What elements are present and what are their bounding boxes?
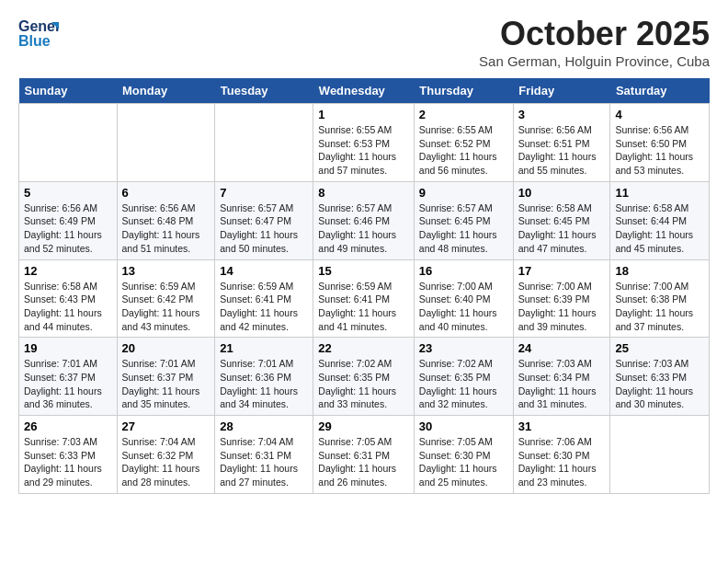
col-wednesday: Wednesday xyxy=(313,78,415,104)
table-row: 2Sunrise: 6:55 AMSunset: 6:52 PMDaylight… xyxy=(414,104,513,182)
col-thursday: Thursday xyxy=(414,78,513,104)
table-row xyxy=(610,416,710,494)
page-header: General Blue October 2025 San German, Ho… xyxy=(18,15,710,69)
month-title: October 2025 xyxy=(479,15,710,53)
table-row: 23Sunrise: 7:02 AMSunset: 6:35 PMDayligh… xyxy=(414,338,513,416)
table-row: 5Sunrise: 6:56 AMSunset: 6:49 PMDaylight… xyxy=(19,181,118,259)
table-row: 19Sunrise: 7:01 AMSunset: 6:37 PMDayligh… xyxy=(19,338,118,416)
table-row: 26Sunrise: 7:03 AMSunset: 6:33 PMDayligh… xyxy=(19,416,118,494)
table-row: 4Sunrise: 6:56 AMSunset: 6:50 PMDaylight… xyxy=(610,104,710,182)
table-row xyxy=(117,104,215,182)
table-row: 14Sunrise: 6:59 AMSunset: 6:41 PMDayligh… xyxy=(215,259,313,338)
table-row: 18Sunrise: 7:00 AMSunset: 6:38 PMDayligh… xyxy=(610,259,710,338)
table-row: 28Sunrise: 7:04 AMSunset: 6:31 PMDayligh… xyxy=(215,416,313,494)
table-row: 6Sunrise: 6:56 AMSunset: 6:48 PMDaylight… xyxy=(117,181,215,259)
table-row: 27Sunrise: 7:04 AMSunset: 6:32 PMDayligh… xyxy=(117,416,215,494)
svg-text:General: General xyxy=(18,18,59,34)
table-row: 3Sunrise: 6:56 AMSunset: 6:51 PMDaylight… xyxy=(513,104,610,182)
col-friday: Friday xyxy=(513,78,610,104)
table-row: 25Sunrise: 7:03 AMSunset: 6:33 PMDayligh… xyxy=(610,338,710,416)
table-row: 10Sunrise: 6:58 AMSunset: 6:45 PMDayligh… xyxy=(513,181,610,259)
table-row: 24Sunrise: 7:03 AMSunset: 6:34 PMDayligh… xyxy=(513,338,610,416)
col-saturday: Saturday xyxy=(610,78,710,104)
table-row: 8Sunrise: 6:57 AMSunset: 6:46 PMDaylight… xyxy=(313,181,415,259)
table-row: 17Sunrise: 7:00 AMSunset: 6:39 PMDayligh… xyxy=(513,259,610,338)
svg-text:Blue: Blue xyxy=(18,33,51,49)
table-row: 30Sunrise: 7:05 AMSunset: 6:30 PMDayligh… xyxy=(414,416,513,494)
table-row: 20Sunrise: 7:01 AMSunset: 6:37 PMDayligh… xyxy=(117,338,215,416)
calendar-table: Sunday Monday Tuesday Wednesday Thursday… xyxy=(18,78,710,494)
table-row: 9Sunrise: 6:57 AMSunset: 6:45 PMDaylight… xyxy=(414,181,513,259)
table-row: 12Sunrise: 6:58 AMSunset: 6:43 PMDayligh… xyxy=(19,259,118,338)
table-row: 7Sunrise: 6:57 AMSunset: 6:47 PMDaylight… xyxy=(215,181,313,259)
table-row xyxy=(215,104,313,182)
table-row: 15Sunrise: 6:59 AMSunset: 6:41 PMDayligh… xyxy=(313,259,415,338)
col-monday: Monday xyxy=(117,78,215,104)
title-area: October 2025 San German, Holguin Provinc… xyxy=(479,15,710,69)
table-row: 13Sunrise: 6:59 AMSunset: 6:42 PMDayligh… xyxy=(117,259,215,338)
table-row: 21Sunrise: 7:01 AMSunset: 6:36 PMDayligh… xyxy=(215,338,313,416)
table-row: 29Sunrise: 7:05 AMSunset: 6:31 PMDayligh… xyxy=(313,416,415,494)
col-tuesday: Tuesday xyxy=(215,78,313,104)
logo-icon: General Blue xyxy=(18,15,59,50)
location-subtitle: San German, Holguin Province, Cuba xyxy=(479,53,710,69)
table-row: 22Sunrise: 7:02 AMSunset: 6:35 PMDayligh… xyxy=(313,338,415,416)
logo: General Blue xyxy=(18,15,59,50)
table-row: 31Sunrise: 7:06 AMSunset: 6:30 PMDayligh… xyxy=(513,416,610,494)
table-row xyxy=(19,104,118,182)
table-row: 16Sunrise: 7:00 AMSunset: 6:40 PMDayligh… xyxy=(414,259,513,338)
col-sunday: Sunday xyxy=(19,78,118,104)
table-row: 11Sunrise: 6:58 AMSunset: 6:44 PMDayligh… xyxy=(610,181,710,259)
header-row: Sunday Monday Tuesday Wednesday Thursday… xyxy=(19,78,710,104)
table-row: 1Sunrise: 6:55 AMSunset: 6:53 PMDaylight… xyxy=(313,104,415,182)
